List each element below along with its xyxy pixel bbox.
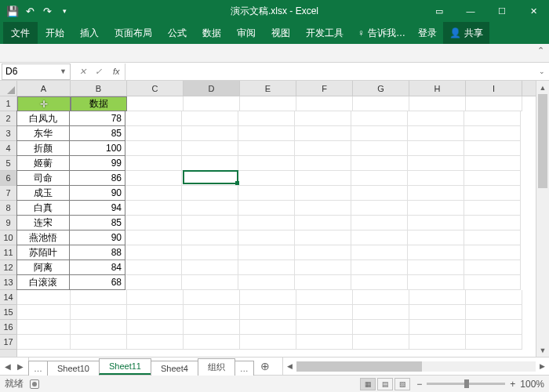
cell[interactable] (182, 275, 238, 290)
view-page-break-icon[interactable]: ▧ (394, 378, 410, 390)
cell[interactable] (238, 171, 295, 186)
cell[interactable]: 85 (69, 125, 125, 141)
cell[interactable] (238, 275, 295, 290)
cell[interactable] (238, 201, 295, 216)
cell[interactable] (351, 156, 408, 171)
sheet-tab-overflow-left[interactable]: … (28, 361, 48, 376)
cell[interactable] (71, 335, 127, 350)
horizontal-scrollbar[interactable]: ◀ ▶ (282, 358, 549, 375)
cell[interactable] (408, 141, 464, 156)
cell[interactable] (125, 245, 182, 260)
vertical-scrollbar[interactable]: ▲ ▼ (536, 81, 549, 357)
cell[interactable] (466, 290, 522, 305)
cell[interactable]: 86 (69, 170, 125, 186)
cell[interactable] (238, 216, 295, 230)
cell[interactable] (184, 320, 240, 335)
row-header[interactable]: 12 (0, 260, 16, 275)
cell[interactable] (238, 260, 295, 275)
redo-icon[interactable]: ↷ (41, 5, 53, 17)
ribbon-display-icon[interactable]: ▭ (424, 0, 455, 22)
cell[interactable] (464, 156, 521, 171)
cell[interactable] (127, 320, 184, 335)
zoom-slider[interactable] (427, 383, 505, 385)
expand-formula-bar-icon[interactable]: ⌄ (535, 67, 549, 75)
cell[interactable] (182, 186, 238, 201)
cell[interactable] (125, 260, 182, 275)
cell[interactable] (127, 290, 184, 305)
row-header[interactable]: 8 (0, 201, 16, 216)
cell[interactable]: 100 (69, 140, 125, 156)
cell[interactable] (351, 230, 408, 245)
column-header[interactable]: I (466, 81, 522, 96)
cell[interactable] (295, 186, 351, 201)
cell[interactable]: 78 (69, 111, 125, 126)
cell[interactable] (240, 320, 296, 335)
maximize-button[interactable]: ☐ (486, 0, 518, 22)
login-button[interactable]: 登录 (412, 22, 443, 44)
row-header[interactable]: 16 (0, 320, 16, 335)
cell[interactable] (464, 275, 521, 290)
cell[interactable] (17, 335, 71, 350)
cell[interactable]: 90 (69, 230, 125, 245)
tab-page-layout[interactable]: 页面布局 (107, 22, 160, 44)
cell[interactable] (184, 305, 240, 320)
cells-area[interactable]: ✛数据白凤九78东华85折颜100姬蘅99司命86成玉90白真94连宋85燕池悟… (17, 96, 536, 357)
cell[interactable] (408, 201, 464, 216)
minimize-button[interactable]: — (455, 0, 486, 22)
cell[interactable] (17, 305, 71, 320)
collapse-ribbon-icon[interactable]: ⌃ (537, 45, 544, 56)
cell[interactable] (351, 275, 408, 290)
row-header[interactable]: 14 (0, 290, 16, 305)
cell[interactable] (295, 201, 351, 216)
cell[interactable] (464, 216, 521, 230)
column-header[interactable]: E (240, 81, 296, 96)
sheet-tab[interactable]: Sheet10 (47, 361, 100, 376)
cell[interactable] (182, 141, 238, 156)
cell[interactable] (408, 156, 464, 171)
cell[interactable]: 燕池悟 (16, 230, 70, 245)
column-header[interactable]: D (184, 81, 240, 96)
cell[interactable]: 68 (69, 274, 125, 290)
view-normal-icon[interactable]: ▦ (360, 378, 376, 390)
cell[interactable] (182, 171, 238, 186)
fx-icon[interactable]: fx (108, 67, 125, 76)
cell[interactable] (464, 126, 521, 141)
cell[interactable]: 94 (69, 200, 125, 216)
tab-developer[interactable]: 开发工具 (298, 22, 351, 44)
cell[interactable] (408, 111, 464, 126)
cell[interactable] (296, 290, 353, 305)
name-box[interactable]: D6 ▼ (2, 64, 71, 80)
scroll-left-icon[interactable]: ◀ (283, 362, 296, 370)
chevron-down-icon[interactable]: ▼ (60, 67, 67, 75)
column-header[interactable]: C (127, 81, 184, 96)
scroll-down-icon[interactable]: ▼ (536, 343, 549, 357)
cell[interactable] (353, 335, 409, 350)
cell[interactable] (184, 290, 240, 305)
cell[interactable] (464, 245, 521, 260)
cell[interactable] (238, 141, 295, 156)
row-header[interactable]: 4 (0, 141, 16, 156)
vscroll-thumb[interactable] (538, 94, 547, 188)
cell[interactable] (238, 126, 295, 141)
undo-icon[interactable]: ↶ (24, 5, 36, 17)
cell[interactable] (466, 320, 522, 335)
row-header[interactable]: 17 (0, 335, 16, 350)
cell[interactable] (296, 305, 353, 320)
cell[interactable] (408, 260, 464, 275)
cell[interactable] (238, 156, 295, 171)
cell[interactable] (351, 260, 408, 275)
sheet-tab[interactable]: Sheet11 (99, 358, 151, 375)
cell[interactable] (464, 201, 521, 216)
sheet-tab-overflow-right[interactable]: … (235, 361, 254, 376)
cell[interactable] (408, 230, 464, 245)
cell[interactable] (295, 156, 351, 171)
sheet-tab[interactable]: Sheet4 (151, 361, 198, 376)
row-header[interactable]: 15 (0, 305, 16, 320)
macro-record-icon[interactable] (30, 379, 39, 389)
cell[interactable] (464, 141, 521, 156)
formula-input[interactable] (125, 64, 535, 80)
cell[interactable] (295, 171, 351, 186)
cell[interactable] (351, 245, 408, 260)
cell[interactable] (182, 201, 238, 216)
cell[interactable] (182, 230, 238, 245)
